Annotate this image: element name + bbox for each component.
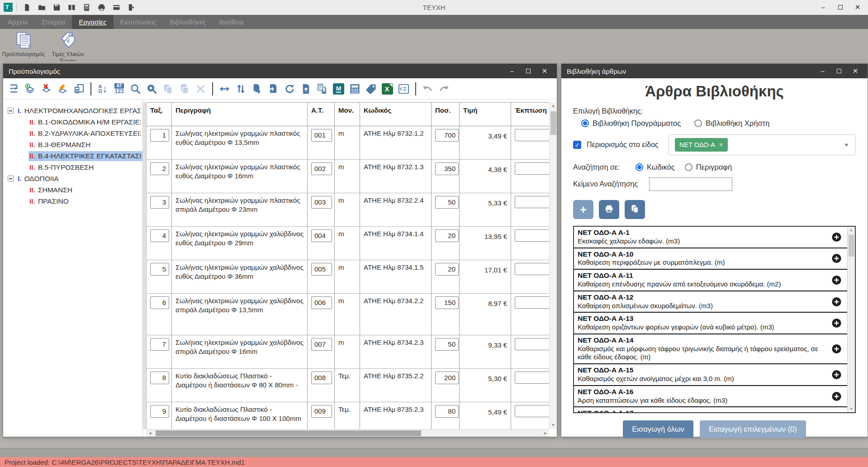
add-article-plus-icon[interactable] bbox=[831, 391, 842, 401]
collapse-icon[interactable] bbox=[8, 176, 14, 181]
tax-input[interactable]: 6 bbox=[150, 296, 169, 309]
article-item[interactable]: ΝΕΤ ΟΔΟ-Α Α-17 Καθαρισμός πρανών ανοιχτώ… bbox=[574, 407, 847, 412]
add-article-plus-icon[interactable] bbox=[831, 232, 842, 242]
tree-item[interactable]: I.ΟΔΟΠΟΙΙΑ bbox=[3, 173, 142, 184]
discount-input[interactable] bbox=[515, 338, 549, 350]
tree-item[interactable]: I.ΗΛΕΚΤΡΟΜΗΧΑΝΟΛΟΓΙΚΕΣ ΕΡΓΑΣΙΕΣ bbox=[3, 105, 142, 116]
table-row[interactable]: 4 Σωλήνας ηλεκτρικών γραμμών χαλύβδινος … bbox=[147, 227, 549, 260]
add-article-button[interactable]: + bbox=[573, 200, 593, 219]
radio-program-library[interactable]: Βιβλιοθήκη Προγράμματος bbox=[581, 119, 681, 128]
move-vertical-icon[interactable] bbox=[235, 83, 247, 95]
excel-icon[interactable]: X bbox=[381, 83, 394, 95]
undo-icon[interactable] bbox=[422, 83, 434, 95]
calculator-icon[interactable] bbox=[80, 2, 93, 13]
comment-icon[interactable] bbox=[398, 83, 410, 95]
zoom-in-icon[interactable] bbox=[146, 83, 158, 95]
scroll-thumb[interactable] bbox=[849, 235, 854, 257]
qty-input[interactable]: 20 bbox=[435, 229, 459, 242]
tag-icon[interactable] bbox=[365, 83, 377, 95]
sort-icon[interactable]: AΩ↓ bbox=[97, 83, 109, 95]
article-item[interactable]: ΝΕΤ ΟΔΟ-Α Α-16 Άρση καταπτώσεων για κάθε… bbox=[574, 386, 847, 408]
scroll-left-icon[interactable]: ◄ bbox=[147, 431, 154, 435]
menu-item[interactable]: Στοιχεία bbox=[35, 15, 72, 29]
printer-icon[interactable] bbox=[95, 2, 108, 13]
export-doc-icon[interactable] bbox=[251, 83, 263, 95]
word-icon[interactable]: M bbox=[332, 83, 345, 95]
exit-icon[interactable] bbox=[125, 2, 138, 13]
scroll-down-icon[interactable]: ▼ bbox=[551, 422, 555, 429]
article-item[interactable]: ΝΕΤ ΟΔΟ-Α Α-1 Εκσκαφές χαλαρών εδαφών. (… bbox=[574, 227, 847, 248]
move-horizontal-icon[interactable] bbox=[218, 83, 231, 95]
radio-search-description[interactable]: Περιγραφή bbox=[685, 163, 732, 172]
tree-item[interactable]: II.ΣΗΜΑΝΣΗ bbox=[3, 184, 142, 195]
add-article-plus-icon[interactable] bbox=[831, 296, 842, 307]
new-file-icon[interactable] bbox=[20, 2, 33, 13]
at-input[interactable]: 006 bbox=[311, 296, 332, 309]
horizontal-scrollbar[interactable]: ◄ ► bbox=[147, 429, 549, 437]
close-button[interactable]: ✕ bbox=[851, 2, 864, 13]
table-row[interactable]: 8 Κυτίο διακλαδώσεως Πλαστικό - Διαμέτρο… bbox=[147, 369, 549, 402]
table-row[interactable]: 5 Σωλήνας ηλεκτρικών γραμμών χαλύβδινος … bbox=[147, 260, 549, 294]
vertical-scrollbar[interactable]: ▲ ▼ bbox=[549, 102, 557, 429]
discount-input[interactable] bbox=[515, 196, 549, 208]
qty-input[interactable]: 200 bbox=[435, 372, 459, 384]
tree-item[interactable]: II.Β.2-ΥΔΡΑΥΛΙΚΑ-ΑΠΟΧΕΤΕΥΣΕΙΣ bbox=[3, 128, 142, 139]
add-article-plus-icon[interactable] bbox=[831, 344, 842, 354]
qty-input[interactable]: 350 bbox=[435, 162, 459, 175]
tax-input[interactable]: 4 bbox=[150, 229, 169, 242]
save-icon[interactable] bbox=[50, 2, 63, 13]
article-item[interactable]: ΝΕΤ ΟΔΟ-Α Α-12 Καθαίρεση οπλισμένων σκυρ… bbox=[574, 291, 847, 313]
open-folder-icon[interactable] bbox=[35, 2, 48, 13]
tax-input[interactable]: 2 bbox=[150, 162, 169, 175]
qty-input[interactable]: 80 bbox=[435, 405, 459, 418]
hscroll-thumb[interactable] bbox=[156, 430, 421, 436]
menu-item[interactable]: Βοήθεια bbox=[213, 15, 251, 29]
at-input[interactable]: 003 bbox=[311, 196, 332, 209]
discount-input[interactable] bbox=[515, 296, 549, 309]
radio-user-library[interactable]: Βιβλιοθήκη Χρήστη bbox=[694, 119, 769, 128]
budget-ribbon-button[interactable]: € Προϋπολογισμός bbox=[3, 30, 44, 60]
copy-button[interactable] bbox=[625, 200, 645, 219]
at-input[interactable]: 008 bbox=[311, 372, 332, 384]
table-row[interactable]: 2 Σωλήνας ηλεκτρικών γραμμών πλαστικός ε… bbox=[147, 160, 549, 193]
insert-all-button[interactable]: Εισαγωγή όλων bbox=[623, 420, 693, 438]
search-text-input[interactable] bbox=[649, 177, 732, 191]
discount-input[interactable] bbox=[515, 372, 549, 384]
kind-chip[interactable]: ΝΕΤ ΟΔΟ-Α ✕ bbox=[675, 138, 728, 152]
collapse-icon[interactable] bbox=[8, 108, 14, 114]
upload-doc-icon[interactable] bbox=[300, 83, 312, 95]
at-input[interactable]: 009 bbox=[311, 405, 332, 418]
search-icon[interactable] bbox=[129, 83, 142, 95]
table-row[interactable]: 6 Σωλήνας ηλεκτρικών γραμμών χαλύβδινος … bbox=[147, 294, 549, 335]
tax-input[interactable]: 9 bbox=[150, 405, 169, 418]
print-button[interactable] bbox=[599, 200, 619, 219]
add-article-plus-icon[interactable] bbox=[831, 275, 842, 285]
at-input[interactable]: 007 bbox=[311, 338, 332, 351]
tree-item[interactable]: II.ΠΡΑΣΙΝΟ bbox=[3, 195, 142, 207]
edit-item-icon[interactable] bbox=[57, 83, 69, 95]
table-row[interactable]: 9 Κυτίο διακλαδώσεως Πλαστικό - Διαμέτρο… bbox=[147, 402, 549, 429]
tree-item[interactable]: II.Β.1-ΟΙΚΟΔΟΜΙΚΑ Η/Μ ΕΡΓΑΣΙΕΣ bbox=[3, 116, 142, 128]
at-input[interactable]: 002 bbox=[311, 162, 332, 175]
delete-item-icon[interactable] bbox=[40, 83, 52, 95]
menu-item[interactable]: Εκτυπώσεις bbox=[114, 15, 163, 29]
at-input[interactable]: 001 bbox=[311, 129, 332, 142]
discount-input[interactable] bbox=[515, 129, 549, 141]
add-article-plus-icon[interactable] bbox=[831, 253, 842, 264]
kind-combobox[interactable]: ΝΕΤ ΟΔΟ-Α ✕ ▼ bbox=[668, 134, 856, 155]
library-close-button[interactable]: ✕ bbox=[849, 66, 862, 76]
discount-input[interactable] bbox=[515, 263, 549, 275]
scroll-up-icon[interactable]: ▲ bbox=[551, 102, 555, 110]
menu-item[interactable]: Εργασίες bbox=[72, 15, 113, 29]
tax-input[interactable]: 5 bbox=[150, 263, 169, 276]
qty-input[interactable]: 50 bbox=[435, 338, 459, 351]
insert-selected-button[interactable]: Εισαγωγή επιλεγμένων (0) bbox=[700, 420, 806, 438]
card-icon[interactable] bbox=[110, 2, 123, 13]
table-row[interactable]: 3 Σωλήνας ηλεκτρικών γραμμών πλαστικός σ… bbox=[147, 193, 549, 227]
tax-input[interactable]: 7 bbox=[150, 338, 169, 351]
tree-structure-icon[interactable] bbox=[8, 83, 20, 95]
scroll-right-icon[interactable]: ► bbox=[542, 431, 549, 435]
material-prices-ribbon-button[interactable]: € Τιμές Υλικών Έργου bbox=[47, 30, 89, 60]
budget-close-button[interactable]: ✕ bbox=[538, 66, 551, 76]
at-input[interactable]: 004 bbox=[311, 229, 332, 242]
